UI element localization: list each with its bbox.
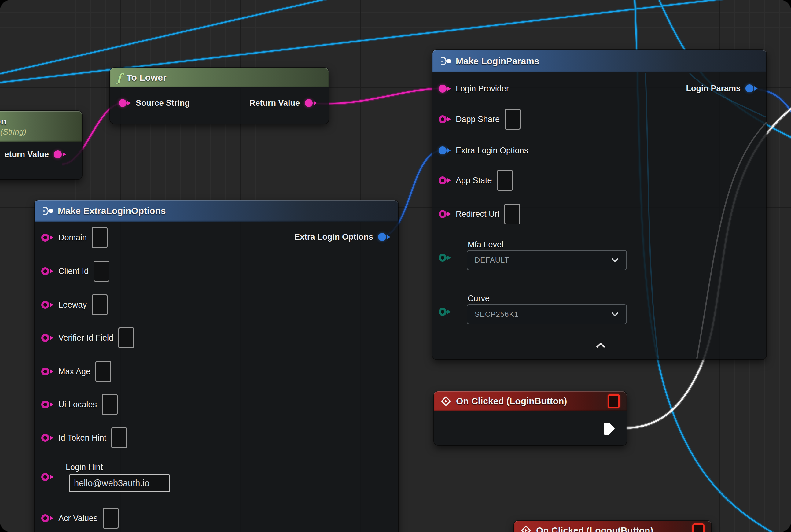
wire-cyan-1 — [0, 0, 348, 76]
leeway-input[interactable] — [92, 294, 108, 315]
max-age-label: Max Age — [58, 367, 91, 376]
pin-row-leeway: Leeway — [41, 295, 108, 315]
source-string-pin[interactable] — [119, 99, 131, 107]
acr-values-label: Acr Values — [58, 514, 98, 523]
id-token-hint-input[interactable] — [111, 428, 127, 448]
onclicked-login-header[interactable]: On Clicked (LoginButton) — [434, 391, 626, 411]
to-lower-return-pin[interactable] — [305, 99, 317, 107]
pin-row-app-state: App State — [439, 171, 513, 190]
node-to-lower-title: To Lower — [127, 73, 167, 83]
source-string-row: Source String — [119, 93, 190, 113]
collapse-advanced-chevron-icon[interactable] — [596, 343, 605, 349]
dapp-share-input[interactable] — [505, 109, 521, 130]
node-loginparams-header[interactable]: Make LoginParams — [432, 50, 766, 73]
ui-locales-pin[interactable] — [41, 401, 54, 408]
blueprint-editor-window: tion ox (String) eturn Value ƒ To Lower … — [0, 0, 791, 532]
event-binding-box-icon — [692, 524, 705, 532]
node-extraloginoptions-header[interactable]: Make ExtraLoginOptions — [35, 200, 398, 222]
extraloginoptions-output-pin[interactable] — [378, 233, 390, 241]
node-loginparams-title: Make LoginParams — [456, 56, 539, 66]
ui-locales-input[interactable] — [102, 394, 118, 415]
make-struct-icon — [41, 206, 53, 216]
mfa-level-pin[interactable] — [439, 254, 451, 262]
id-token-hint-label: Id Token Hint — [58, 433, 107, 443]
pin-row-verifier-id-field: Verifier Id Field — [41, 328, 134, 348]
leeway-label: Leeway — [58, 300, 87, 310]
chevron-down-icon — [611, 258, 619, 263]
string-output-pin[interactable] — [54, 150, 66, 158]
return-value-label: eturn Value — [4, 150, 49, 159]
pin-row-redirect-url: Redirect Url — [439, 204, 520, 224]
verifier-id-field-pin[interactable] — [41, 334, 54, 342]
node-to-lower-header[interactable]: ƒ To Lower — [110, 68, 329, 88]
function-f-icon: ƒ — [117, 72, 122, 83]
id-token-hint-pin[interactable] — [41, 434, 54, 442]
pin-row-client-id: Client Id — [41, 261, 110, 281]
node-onclicked-loginbutton[interactable]: On Clicked (LoginButton) — [434, 391, 626, 445]
extra-login-options-input-label: Extra Login Options — [456, 146, 528, 155]
max-age-input[interactable] — [95, 361, 111, 382]
redirect-url-pin[interactable] — [439, 210, 451, 218]
pin-row-id-token-hint: Id Token Hint — [41, 428, 127, 448]
extra-login-options-input-pin[interactable] — [439, 147, 451, 154]
login-hint-pin[interactable] — [41, 473, 54, 481]
pin-row-max-age: Max Age — [41, 362, 111, 381]
loginparams-output-label: Login Params — [686, 84, 740, 93]
dapp-share-label: Dapp Share — [456, 115, 500, 124]
loginparams-output-row: Login Params — [686, 79, 758, 98]
verifier-id-field-input[interactable] — [118, 327, 134, 348]
verifier-id-field-label: Verifier Id Field — [58, 333, 113, 343]
app-state-pin[interactable] — [439, 176, 451, 184]
dapp-share-pin[interactable] — [439, 115, 451, 123]
domain-pin[interactable] — [41, 233, 54, 242]
exec-output-pin[interactable] — [604, 422, 616, 437]
node-partial-title: tion — [0, 116, 6, 127]
domain-label: Domain — [58, 233, 87, 243]
loginparams-output-pin[interactable] — [746, 84, 758, 92]
app-state-label: App State — [456, 176, 492, 185]
redirect-url-label: Redirect Url — [456, 209, 499, 219]
pin-row-ui-locales: Ui Locales — [41, 395, 118, 414]
app-state-input[interactable] — [497, 170, 513, 191]
curve-pin[interactable] — [439, 308, 451, 316]
onclicked-login-title: On Clicked (LoginButton) — [456, 396, 567, 406]
wire-tolower-to-loginprovider — [309, 88, 443, 103]
onclicked-logout-title: On Clicked (LogoutButton) — [536, 525, 653, 532]
client-id-input[interactable] — [94, 261, 110, 282]
ui-locales-label: Ui Locales — [58, 400, 97, 410]
leeway-pin[interactable] — [41, 301, 54, 309]
pin-row-extra-login-options-in: Extra Login Options — [439, 141, 528, 160]
node-partial-header[interactable]: tion ox (String) — [0, 111, 82, 141]
event-diamond-icon — [521, 525, 531, 532]
node-onclicked-logoutbutton[interactable]: On Clicked (LogoutButton) — [514, 521, 711, 532]
acr-values-pin[interactable] — [41, 514, 54, 522]
node-make-loginparams[interactable]: Make LoginParams Login Provider Dapp Sha… — [432, 50, 766, 359]
to-lower-output-row: Return Value — [249, 93, 317, 113]
onclicked-logout-header[interactable]: On Clicked (LogoutButton) — [514, 521, 711, 532]
pin-row-login-provider: Login Provider — [439, 79, 509, 98]
node-partial-get-string[interactable]: tion ox (String) eturn Value — [0, 111, 82, 179]
acr-values-input[interactable] — [103, 508, 119, 529]
node-make-extraloginoptions[interactable]: Make ExtraLoginOptions Domain Client Id … — [35, 200, 398, 532]
curve-value: SECP256K1 — [475, 310, 519, 319]
event-diamond-icon — [441, 396, 451, 406]
client-id-pin[interactable] — [41, 267, 54, 275]
pin-row-domain: Domain — [41, 228, 108, 247]
max-age-pin[interactable] — [41, 367, 54, 376]
login-provider-pin[interactable] — [439, 85, 451, 93]
chevron-down-icon — [611, 312, 619, 317]
blueprint-graph-canvas[interactable]: tion ox (String) eturn Value ƒ To Lower … — [0, 0, 791, 532]
extraloginoptions-output-label: Extra Login Options — [294, 232, 373, 242]
pin-row-dapp-share: Dapp Share — [439, 110, 521, 129]
mfa-level-dropdown[interactable]: DEFAULT — [467, 250, 627, 270]
mfa-level-label: Mfa Level — [468, 240, 503, 249]
node-to-lower[interactable]: ƒ To Lower Source String Return Value — [110, 68, 329, 124]
login-hint-input[interactable]: hello@web3auth.io — [69, 474, 170, 492]
pin-row-acr-values: Acr Values — [41, 509, 119, 528]
curve-dropdown[interactable]: SECP256K1 — [467, 304, 627, 324]
login-hint-label: Login Hint — [66, 462, 103, 472]
redirect-url-input[interactable] — [504, 204, 520, 224]
domain-input[interactable] — [92, 227, 108, 248]
mfa-level-value: DEFAULT — [475, 256, 509, 264]
client-id-label: Client Id — [58, 267, 89, 276]
